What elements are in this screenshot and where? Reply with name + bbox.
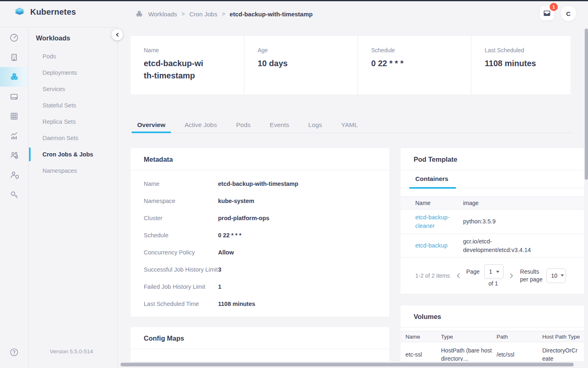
column-header-name: Name bbox=[401, 200, 463, 206]
sidebar-item-deployments[interactable]: Deployments bbox=[29, 65, 118, 81]
row-value: kube-system bbox=[218, 198, 254, 204]
row-value: etcd-backup-with-timestamp bbox=[218, 181, 298, 187]
tab-pods[interactable]: Pods bbox=[230, 118, 256, 133]
sidebar-item-namespaces[interactable]: Namespaces bbox=[29, 163, 118, 179]
user-avatar[interactable]: C bbox=[561, 6, 576, 21]
tab-label: Overview bbox=[137, 121, 165, 128]
container-link[interactable]: etcd-backup bbox=[415, 241, 464, 250]
rail-item-dashboard[interactable] bbox=[0, 28, 28, 47]
workloads-blocks-icon bbox=[135, 9, 144, 18]
metadata-row: Schedule0 22 * * * bbox=[131, 227, 389, 244]
vertical-scrollbar-thumb[interactable] bbox=[585, 29, 588, 180]
sidebar-item-replica-sets[interactable]: Replica Sets bbox=[29, 114, 118, 130]
rail-item-workloads[interactable] bbox=[0, 67, 28, 87]
sidebar-item-label: Replica Sets bbox=[42, 118, 76, 125]
tab-label: YAML bbox=[341, 121, 358, 128]
notification-badge: 1 bbox=[550, 3, 558, 11]
kubernetes-logo-icon bbox=[13, 7, 26, 17]
chevron-left-icon bbox=[115, 32, 120, 38]
rail-item-accounts[interactable] bbox=[0, 145, 28, 165]
container-link[interactable]: etcd-backup-cleaner bbox=[415, 213, 464, 230]
sidebar-item-cron-jobs[interactable]: Cron Jobs & Jobs bbox=[29, 146, 118, 163]
column-header-image: image bbox=[463, 200, 554, 206]
tab-active-jobs[interactable]: Active Jobs bbox=[179, 118, 223, 133]
volume-host-path-type: DirectoryOrCreate bbox=[542, 346, 584, 361]
horizontal-scrollbar-thumb[interactable] bbox=[120, 363, 574, 366]
results-per-page-label: Results per page bbox=[520, 268, 543, 283]
rail-item-security[interactable] bbox=[0, 165, 28, 185]
tab-events[interactable]: Events bbox=[264, 118, 295, 133]
sidebar-collapse-button[interactable] bbox=[111, 29, 123, 40]
sidebar-item-services[interactable]: Services bbox=[29, 81, 118, 97]
sidebar-item-label: Stateful Sets bbox=[42, 102, 76, 109]
row-label: Schedule bbox=[131, 232, 218, 239]
container-image: gcr.io/etcd-development/etcd:v3.4.14 bbox=[463, 238, 531, 253]
breadcrumb-separator: > bbox=[222, 11, 225, 17]
summary-card-last-scheduled: Last Scheduled 1108 minutes bbox=[472, 36, 570, 94]
column-header-path: Path bbox=[497, 334, 542, 340]
sidebar-item-label: Namespaces bbox=[42, 167, 77, 174]
sidebar-item-stateful-sets[interactable]: Stateful Sets bbox=[29, 97, 118, 114]
volume-type: HostPath (bare host directory… bbox=[441, 346, 497, 361]
tab-containers[interactable]: Containers bbox=[415, 170, 448, 187]
row-label: Failed Job History Limit bbox=[131, 283, 218, 290]
rail-item-metrics[interactable] bbox=[0, 126, 28, 145]
row-value: prod-platform-ops bbox=[218, 215, 270, 221]
rail-item-storage[interactable] bbox=[0, 87, 28, 106]
tab-yaml[interactable]: YAML bbox=[336, 118, 364, 133]
row-value: Allow bbox=[218, 249, 234, 256]
row-label: Name bbox=[131, 181, 218, 187]
brand: Kubernetes bbox=[13, 7, 76, 17]
chevron-down-icon bbox=[561, 274, 564, 277]
metadata-row: Namespacekube-system bbox=[131, 192, 389, 210]
volume-row: etc-ssl HostPath (bare host directory… /… bbox=[401, 342, 584, 361]
results-per-page-select[interactable]: 10 bbox=[546, 268, 566, 283]
rail-item-help[interactable] bbox=[0, 342, 28, 362]
rail-item-cluster[interactable] bbox=[0, 47, 28, 67]
breadcrumb-workloads[interactable]: Workloads bbox=[148, 11, 177, 18]
row-label: Successful Job History Limit bbox=[131, 266, 218, 273]
column-header-host-path-type: Host Path Type bbox=[542, 334, 584, 340]
detail-tabs: Overview Active Jobs Pods Events Logs YA… bbox=[131, 118, 572, 133]
metadata-title: Metadata bbox=[131, 148, 389, 170]
containers-table-header: Name image bbox=[401, 196, 584, 210]
dashboard-gauge-icon bbox=[9, 33, 19, 43]
storage-drive-icon bbox=[9, 91, 19, 102]
column-header-type: Type bbox=[441, 334, 497, 340]
page-select[interactable]: 1 bbox=[484, 264, 503, 279]
sidebar-item-label: Services bbox=[42, 86, 65, 92]
app-title: Kubernetes bbox=[30, 7, 76, 17]
volumes-title: Volumes bbox=[401, 306, 584, 328]
rail-item-secrets[interactable] bbox=[0, 185, 28, 204]
row-label: Cluster bbox=[131, 215, 218, 221]
summary-card-name: Name etcd-backup-with-timestamp bbox=[131, 36, 244, 94]
grid-icon bbox=[9, 111, 19, 121]
breadcrumb-current: etcd-backup-with-timestamp bbox=[229, 11, 312, 18]
tab-overview[interactable]: Overview bbox=[131, 118, 171, 133]
volume-path: /etc/ssl bbox=[497, 350, 542, 359]
metrics-chart-icon bbox=[9, 131, 19, 141]
summary-label: Name bbox=[144, 47, 244, 54]
sidebar-item-pods[interactable]: Pods bbox=[29, 48, 118, 65]
container-row: etcd-backup gcr.io/etcd-development/etcd… bbox=[401, 234, 584, 258]
container-image: python:3.5.9 bbox=[463, 218, 496, 225]
tab-logs[interactable]: Logs bbox=[303, 118, 328, 133]
previous-page-button[interactable] bbox=[455, 271, 462, 281]
metadata-row: Clusterprod-platform-ops bbox=[131, 210, 389, 227]
breadcrumb-cron-jobs[interactable]: Cron Jobs bbox=[189, 11, 217, 18]
row-label: Namespace bbox=[131, 198, 218, 204]
results-per-page-value: 10 bbox=[551, 272, 558, 279]
sidebar-item-label: Daemon Sets bbox=[42, 135, 78, 141]
config-maps-card: Config Maps bbox=[131, 327, 389, 361]
tab-label: Events bbox=[270, 121, 289, 128]
rail-item-network[interactable] bbox=[0, 106, 28, 126]
row-value: 1 bbox=[218, 283, 221, 290]
pod-template-title: Pod Template bbox=[401, 148, 584, 170]
sidebar-section-title: Workloads bbox=[36, 34, 70, 42]
breadcrumb: Workloads > Cron Jobs > etcd-backup-with… bbox=[135, 9, 313, 19]
next-page-button[interactable] bbox=[508, 271, 515, 281]
tab-label: Pods bbox=[236, 121, 250, 128]
summary-card-schedule: Schedule 0 22 * * * bbox=[358, 36, 471, 94]
sidebar: Workloads Pods Deployments Services Stat… bbox=[29, 27, 118, 368]
sidebar-item-daemon-sets[interactable]: Daemon Sets bbox=[29, 130, 118, 146]
